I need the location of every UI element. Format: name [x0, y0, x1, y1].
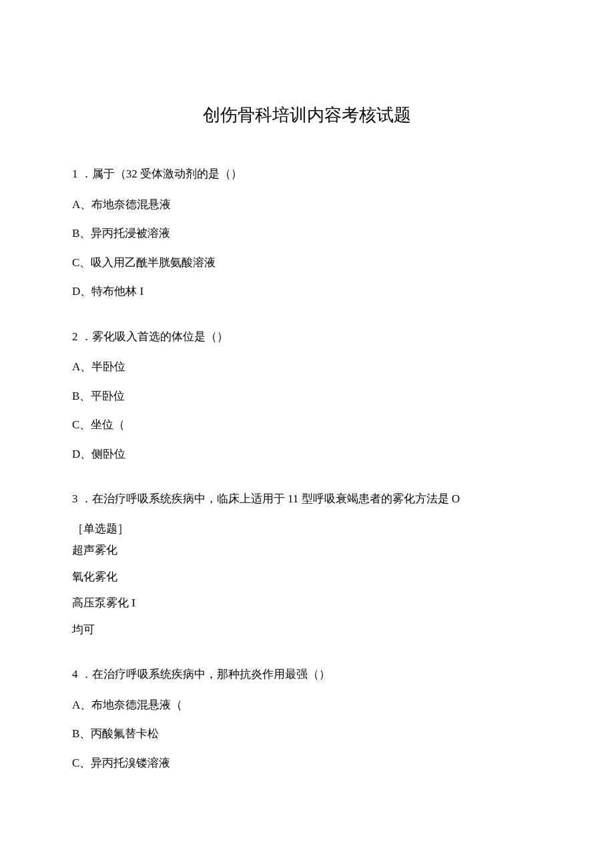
question-stem: 2 ．雾化吸入首选的体位是（）	[72, 328, 542, 346]
option-a: A、半卧位	[72, 358, 542, 376]
option-d: 均可	[72, 621, 542, 638]
question-1: 1 ．属于（32 受体激动剂的是（） A、布地奈德混悬液 B、异丙托浸被溶液 C…	[72, 165, 542, 300]
question-stem: 1 ．属于（32 受体激动剂的是（）	[72, 165, 542, 183]
question-2: 2 ．雾化吸入首选的体位是（） A、半卧位 B、平卧位 C、坐位（ D、侧卧位	[72, 328, 542, 463]
question-3: 3 ．在治疗呼吸系统疾病中，临床上适用于 11 型呼吸衰竭患者的雾化方法是 O …	[72, 490, 542, 638]
option-c: C、吸入用乙酰半胱氨酸溶液	[72, 254, 542, 272]
option-a: 超声雾化	[72, 542, 542, 559]
question-4: 4 ．在治疗呼吸系统疾病中，那种抗炎作用最强（） A、布地奈德混悬液（ B、丙酸…	[72, 666, 542, 771]
page-title: 创伤骨科培训内容考核试题	[72, 103, 542, 127]
option-a: A、布地奈德混悬液（	[72, 697, 542, 714]
question-sub-label: ［单选题］	[72, 521, 542, 537]
option-b: B、丙酸氟替卡松	[72, 725, 542, 743]
option-b: B、异丙托浸被溶液	[72, 225, 542, 242]
option-c: C、异丙托溴镂溶液	[72, 755, 542, 772]
option-b: B、平卧位	[72, 388, 542, 405]
option-c: 高压泵雾化 I	[72, 594, 542, 612]
question-stem: 4 ．在治疗呼吸系统疾病中，那种抗炎作用最强（）	[72, 666, 542, 683]
option-d: D、特布他林 I	[72, 283, 542, 300]
option-b: 氧化雾化	[72, 568, 542, 586]
option-c: C、坐位（	[72, 416, 542, 434]
option-d: D、侧卧位	[72, 446, 542, 463]
option-a: A、布地奈德混悬液	[72, 196, 542, 213]
question-stem: 3 ．在治疗呼吸系统疾病中，临床上适用于 11 型呼吸衰竭患者的雾化方法是 O	[72, 490, 542, 508]
